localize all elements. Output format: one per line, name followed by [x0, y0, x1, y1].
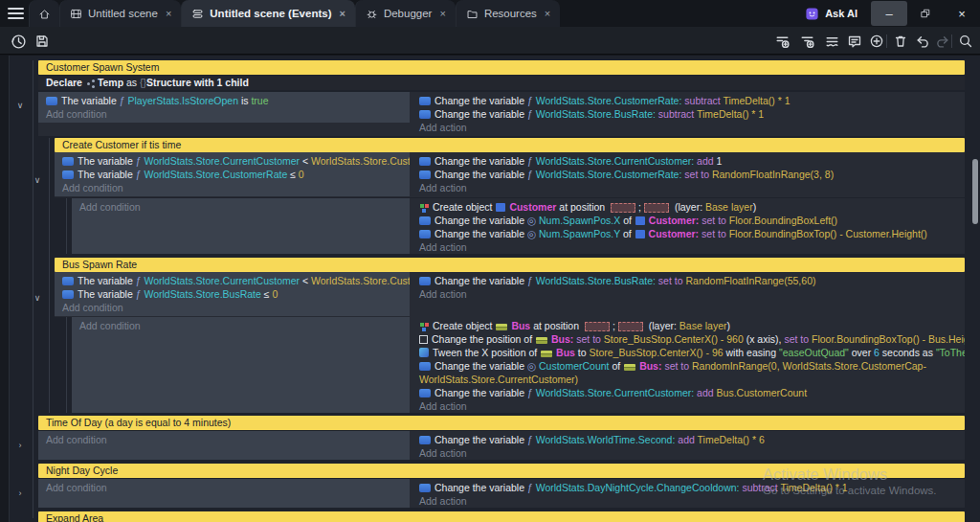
- action-row[interactable]: Change the variable ◎ Num.SpawnPos.X of …: [412, 214, 965, 227]
- subevent-spawn-customer[interactable]: Add condition Create object Customer at …: [72, 198, 965, 254]
- condition-row[interactable]: The variable ƒ WorldStats.Store.CurrentC…: [55, 154, 410, 168]
- tab-close-icon[interactable]: ×: [166, 8, 171, 19]
- condition-row[interactable]: The variable ƒ WorldStats.Store.CurrentC…: [55, 274, 410, 287]
- group-header-bus-spawn-rate[interactable]: Bus Spawn Rate: [55, 258, 965, 272]
- add-condition-link[interactable]: Add condition: [55, 181, 410, 194]
- redo-button[interactable]: [932, 31, 953, 52]
- event-bus-spawn-rate[interactable]: The variable ƒ WorldStats.Store.CurrentC…: [55, 272, 965, 317]
- action-row[interactable]: Change the variable ƒ WorldStats.Store.C…: [412, 168, 965, 181]
- tab-untitled-scene-events[interactable]: Untitled scene (Events) ×: [181, 0, 355, 27]
- event-time-of-day[interactable]: Add condition Change the variable ƒ Worl…: [38, 431, 965, 460]
- action-row[interactable]: Change the variable ◎ Num.SpawnPos.Y of …: [412, 227, 965, 240]
- action-row-wrapped[interactable]: WorldStats.Store.CurrentCustomer): [412, 373, 965, 386]
- action-row[interactable]: Change the variable ƒ WorldStats.Store.C…: [412, 154, 965, 168]
- action-row[interactable]: Change the variable ◎ CustomerCount of B…: [412, 359, 965, 373]
- action-row[interactable]: Change the position of Bus: set to Store…: [412, 332, 965, 346]
- action-row[interactable]: Create object Bus at position ; (layer: …: [412, 319, 965, 332]
- action-row[interactable]: Change the variable ƒ WorldStats.Store.B…: [412, 107, 965, 121]
- group-header-customer-spawn-system[interactable]: Customer Spawn System: [38, 60, 965, 75]
- action-row[interactable]: Create object Customer at position ; (la…: [412, 200, 965, 214]
- declare-variable-bar[interactable]: Declare Temp as {}Structure with 1 child: [38, 76, 965, 90]
- conditions-panel[interactable]: The variable ƒ PlayerStats.IsStoreOpen i…: [38, 92, 410, 123]
- collapse-chevron-icon[interactable]: ∨: [31, 293, 44, 303]
- actions-panel[interactable]: Create object Customer at position ; (la…: [412, 198, 965, 254]
- minimize-button[interactable]: –: [871, 1, 907, 26]
- add-action-link[interactable]: Add action: [412, 494, 965, 508]
- condition-row[interactable]: The variable ƒ PlayerStats.IsStoreOpen i…: [38, 94, 410, 107]
- search-button[interactable]: [955, 31, 976, 52]
- delete-button[interactable]: [890, 31, 911, 52]
- condition-row[interactable]: The variable ƒ WorldStats.Store.Customer…: [55, 168, 410, 181]
- conditions-panel[interactable]: Add condition: [38, 431, 410, 460]
- declare-row[interactable]: Declare Temp as {}Structure with 1 child: [38, 76, 965, 90]
- conditions-panel[interactable]: Add condition: [38, 479, 410, 508]
- add-event-button[interactable]: [771, 31, 792, 52]
- actions-panel[interactable]: Create object Bus at position ; (layer: …: [412, 317, 965, 413]
- comment-icon: [847, 34, 862, 49]
- add-action-link[interactable]: Add action: [412, 121, 965, 134]
- condition-row[interactable]: The variable ƒ WorldStats.Store.BusRate …: [55, 287, 410, 301]
- tab-close-icon[interactable]: ×: [439, 8, 445, 19]
- add-condition-link[interactable]: Add condition: [72, 200, 410, 214]
- restore-button[interactable]: [907, 1, 944, 26]
- ask-ai-button[interactable]: Ask AI: [805, 7, 858, 21]
- tab-home[interactable]: [29, 0, 59, 27]
- save-button[interactable]: [32, 31, 53, 52]
- ai-robot-icon: [805, 7, 819, 21]
- undo-button[interactable]: [911, 31, 932, 52]
- group-header-time-of-day[interactable]: Time Of Day (a day is equal to 4 minutes…: [38, 416, 965, 430]
- add-other-event-button[interactable]: [821, 31, 842, 52]
- add-condition-link[interactable]: Add condition: [38, 481, 410, 494]
- sq-bus: [624, 364, 635, 371]
- group-header-create-customer[interactable]: Create Customer if tis time: [55, 138, 965, 152]
- vertical-scrollbar-thumb[interactable]: [972, 159, 978, 224]
- action-row[interactable]: Change the variable ƒ WorldStats.Store.C…: [412, 94, 965, 107]
- add-button[interactable]: [866, 31, 887, 52]
- event-store-open[interactable]: The variable ƒ PlayerStats.IsStoreOpen i…: [38, 92, 965, 136]
- action-row[interactable]: Change the variable ƒ WorldStats.WorldTi…: [412, 433, 965, 446]
- tab-close-icon[interactable]: ×: [545, 8, 550, 19]
- add-subevent-button[interactable]: [796, 31, 817, 52]
- conditions-panel[interactable]: Add condition: [72, 198, 410, 254]
- action-row[interactable]: Change the variable ƒ WorldStats.DayNigh…: [412, 481, 965, 494]
- actions-panel[interactable]: Change the variable ƒ WorldStats.Store.C…: [412, 152, 965, 194]
- tab-resources[interactable]: Resources ×: [456, 0, 560, 27]
- actions-panel[interactable]: Change the variable ƒ WorldStats.WorldTi…: [412, 431, 965, 460]
- history-button[interactable]: [8, 31, 29, 52]
- tab-close-icon[interactable]: ×: [339, 8, 345, 19]
- actions-panel[interactable]: Change the variable ƒ WorldStats.DayNigh…: [412, 479, 965, 508]
- ic-var: [46, 97, 57, 105]
- actions-panel[interactable]: Change the variable ƒ WorldStats.Store.C…: [412, 92, 965, 134]
- action-row[interactable]: Change the variable ƒ WorldStats.Store.C…: [412, 386, 965, 399]
- close-button[interactable]: ×: [944, 1, 980, 26]
- group-header-night-day-cycle[interactable]: Night Day Cycle: [38, 464, 965, 478]
- add-action-link[interactable]: Add action: [412, 240, 965, 254]
- collapse-chevron-icon[interactable]: ›: [13, 488, 27, 498]
- group-header-expand-area[interactable]: Expand Area: [38, 511, 965, 522]
- collapse-chevron-icon[interactable]: ∨: [31, 175, 44, 185]
- action-row[interactable]: Tween the X position of Bus to Store_Bus…: [412, 346, 965, 359]
- add-action-link[interactable]: Add action: [412, 446, 965, 460]
- conditions-panel[interactable]: The variable ƒ WorldStats.Store.CurrentC…: [55, 272, 410, 316]
- add-action-link[interactable]: Add action: [412, 399, 965, 413]
- add-condition-link[interactable]: Add condition: [38, 433, 410, 446]
- subevent-spawn-bus[interactable]: Add condition Create object Bus at posit…: [72, 317, 965, 413]
- ic-create: [420, 323, 424, 327]
- comment-button[interactable]: [844, 31, 865, 52]
- tab-untitled-scene[interactable]: Untitled scene ×: [59, 0, 181, 27]
- collapse-chevron-icon[interactable]: ∨: [13, 101, 27, 110]
- add-condition-link[interactable]: Add condition: [72, 319, 410, 332]
- collapse-chevron-icon[interactable]: ›: [13, 441, 27, 450]
- event-create-customer[interactable]: The variable ƒ WorldStats.Store.CurrentC…: [55, 152, 965, 197]
- add-condition-link[interactable]: Add condition: [55, 301, 410, 314]
- add-action-link[interactable]: Add action: [412, 287, 965, 301]
- conditions-panel[interactable]: The variable ƒ WorldStats.Store.CurrentC…: [55, 152, 410, 196]
- add-condition-link[interactable]: Add condition: [38, 107, 410, 121]
- action-row[interactable]: Change the variable ƒ WorldStats.Store.B…: [412, 274, 965, 287]
- actions-panel[interactable]: Change the variable ƒ WorldStats.Store.B…: [412, 272, 965, 301]
- conditions-panel[interactable]: Add condition: [72, 317, 410, 413]
- menu-icon[interactable]: [0, 0, 29, 27]
- event-night-day-cycle[interactable]: Add condition Change the variable ƒ Worl…: [38, 479, 965, 508]
- add-action-link[interactable]: Add action: [412, 181, 965, 194]
- tab-debugger[interactable]: Debugger ×: [355, 0, 456, 27]
